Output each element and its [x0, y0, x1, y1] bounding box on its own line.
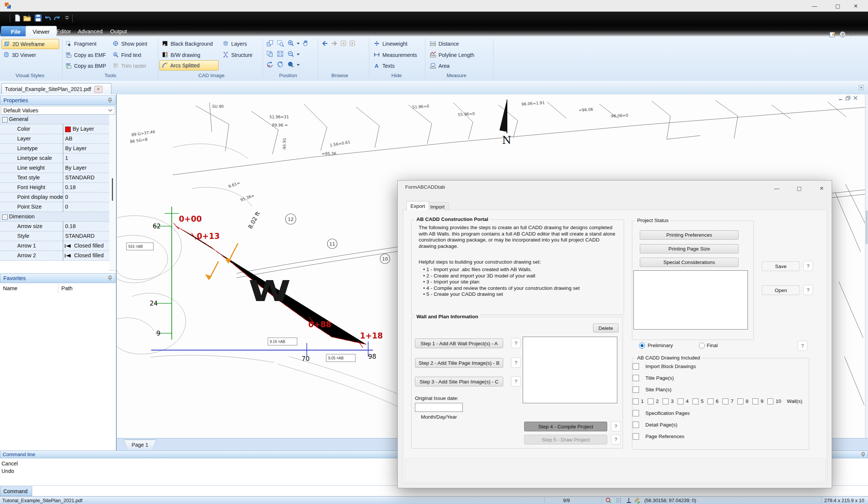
step2-add-title-page-images-button[interactable]: Step 2 - Add Title Page Image(s) - B — [415, 358, 503, 368]
wall-count-5-label[interactable]: 5 — [701, 398, 704, 404]
copy-as-emf-button[interactable]: EMF Copy as EMF — [64, 50, 108, 60]
structure-button[interactable]: Structure — [221, 50, 254, 60]
wall-count-8-checkbox[interactable] — [737, 398, 743, 404]
previous-view-icon[interactable] — [340, 40, 347, 47]
radio-help-button[interactable]: ? — [798, 341, 807, 351]
new-document-icon[interactable] — [13, 14, 21, 22]
zoom-in-dropdown-icon[interactable] — [296, 42, 300, 45]
preliminary-radio-label[interactable]: Preliminary — [648, 343, 673, 348]
wall-count-9-label[interactable]: 9 — [761, 398, 764, 404]
wall-count-5-checkbox[interactable] — [693, 398, 699, 404]
step1-add-wall-projects-button[interactable]: Step 1 - Add AB Wall Project(s) - A — [415, 338, 503, 348]
properties-scrollbar-thumb[interactable] — [112, 178, 113, 201]
measure-area-button[interactable]: Area — [428, 61, 452, 70]
move-view-icon[interactable] — [266, 40, 274, 47]
zoom-in-icon[interactable] — [287, 40, 295, 47]
trim-raster-button[interactable]: Trim raster — [111, 61, 148, 70]
zoom-window-icon[interactable] — [277, 40, 284, 47]
browse-forward-icon[interactable] — [331, 40, 338, 47]
step5-draw-project-button[interactable]: Step 5 - Draw Project — [524, 435, 607, 444]
step2-help-button[interactable]: ? — [511, 358, 521, 368]
site-plans-label[interactable]: Site Plan(s) — [645, 387, 672, 392]
property-row[interactable]: LinetypeBy Layer — [0, 144, 109, 154]
page-tab[interactable]: Page 1 — [123, 440, 156, 450]
window-close-button[interactable]: ✕ — [851, 3, 861, 9]
tab-output[interactable]: Output — [104, 26, 133, 36]
wall-count-2-checkbox[interactable] — [648, 398, 654, 404]
special-considerations-button[interactable]: Special Considerations — [640, 258, 739, 267]
printing-page-size-button[interactable]: Printing Page Size — [640, 244, 739, 253]
wall-count-7-checkbox[interactable] — [722, 398, 728, 404]
find-text-button[interactable]: A Find text — [111, 50, 143, 60]
undo-icon[interactable] — [44, 14, 52, 22]
property-row[interactable]: Arrow 2Closed filled — [0, 251, 109, 261]
save-button[interactable]: Save — [762, 261, 800, 271]
property-row[interactable]: Point display mode0 — [0, 192, 109, 202]
step5-help-button[interactable]: ? — [611, 434, 621, 444]
hide-texts-button[interactable]: A Texts — [372, 61, 397, 70]
wall-count-6-checkbox[interactable] — [707, 398, 713, 404]
specification-pages-checkbox[interactable] — [633, 410, 639, 416]
command-prompt-tab[interactable]: Command — [0, 486, 32, 496]
property-row[interactable]: Arrow size0.18 — [0, 222, 109, 231]
column-divider[interactable] — [58, 284, 58, 294]
site-plans-checkbox[interactable] — [633, 386, 639, 393]
window-minimize-button[interactable]: — — [810, 3, 819, 9]
wall-count-6-label[interactable]: 6 — [716, 398, 719, 404]
wall-project-listbox[interactable] — [523, 337, 617, 403]
printing-preferences-button[interactable]: Printing Preferences — [640, 230, 739, 240]
project-status-listbox[interactable] — [633, 270, 748, 330]
specification-pages-label[interactable]: Specification Pages — [645, 410, 690, 416]
page-references-label[interactable]: Page References — [645, 434, 684, 439]
open-file-icon[interactable]: 2 — [23, 14, 31, 22]
document-tab[interactable]: Tutorial_Example_SitePlan_2021.pdf ✕ — [1, 83, 111, 95]
favorites-column-path[interactable]: Path — [61, 285, 73, 291]
help-icon[interactable]: ? — [839, 31, 847, 39]
title-pages-checkbox[interactable] — [633, 375, 639, 381]
pan-hand-icon[interactable] — [302, 39, 310, 47]
wall-count-4-checkbox[interactable] — [678, 398, 684, 404]
step3-help-button[interactable]: ? — [511, 376, 521, 386]
new-document-tab-icon[interactable] — [858, 85, 865, 91]
property-row[interactable]: Text styleSTANDARD — [0, 173, 109, 183]
redo-icon[interactable] — [53, 14, 61, 22]
raster-search-icon[interactable] — [605, 497, 612, 504]
dialog-tab-export[interactable]: Export — [406, 201, 429, 210]
measure-distance-button[interactable]: Distance — [428, 39, 461, 48]
document-tab-close-icon[interactable]: ✕ — [94, 86, 103, 93]
title-pages-label[interactable]: Title Page(s) — [645, 375, 674, 381]
wall-count-4-label[interactable]: 4 — [686, 398, 689, 404]
snap-grid-icon[interactable] — [616, 497, 623, 504]
final-radio[interactable] — [699, 343, 705, 349]
browse-back-icon[interactable] — [321, 40, 328, 47]
wall-count-3-label[interactable]: 3 — [671, 398, 674, 404]
layers-button[interactable]: Layers — [221, 39, 249, 48]
mdi-minimize-icon[interactable] — [838, 95, 844, 101]
dialog-minimize-button[interactable]: — — [770, 183, 783, 193]
show-point-button[interactable]: Show point — [111, 39, 149, 48]
detail-pages-label[interactable]: Detail Page(s) — [645, 422, 678, 428]
3d-viewer-button[interactable]: 3D Viewer — [1, 50, 46, 60]
wall-count-10-label[interactable]: 10 — [776, 398, 781, 404]
zoom-selected-dropdown-icon[interactable] — [296, 63, 300, 66]
property-row[interactable]: ColorBy Layer — [0, 124, 109, 134]
property-group-row[interactable]: -Dimension — [0, 212, 109, 222]
wall-count-8-label[interactable]: 8 — [746, 398, 749, 404]
zoom-out-dropdown-icon[interactable] — [296, 53, 300, 56]
pin-icon[interactable] — [108, 98, 112, 103]
dialog-maximize-button[interactable]: ▢ — [793, 183, 806, 193]
zoom-out-icon[interactable] — [287, 51, 295, 58]
toolbar-overflow-chevron-icon[interactable] — [64, 16, 70, 20]
window-maximize-button[interactable]: ▢ — [833, 3, 843, 9]
arcs-splitted-button[interactable]: Arcs Splitted — [159, 60, 218, 70]
save-help-button[interactable]: ? — [803, 261, 813, 271]
wall-count-10-checkbox[interactable] — [767, 398, 773, 404]
collapse-toggle-icon[interactable]: - — [2, 215, 7, 220]
bw-drawing-button[interactable]: B/W drawing — [160, 50, 202, 60]
wall-count-1-label[interactable]: 1 — [641, 398, 644, 404]
issue-date-input[interactable] — [415, 403, 463, 412]
property-group-row[interactable]: -General — [0, 115, 109, 124]
mdi-restore-icon[interactable] — [845, 95, 851, 101]
property-row[interactable]: Arrow 1Closed filled — [0, 241, 109, 251]
collapse-ribbon-icon[interactable] — [849, 31, 857, 39]
